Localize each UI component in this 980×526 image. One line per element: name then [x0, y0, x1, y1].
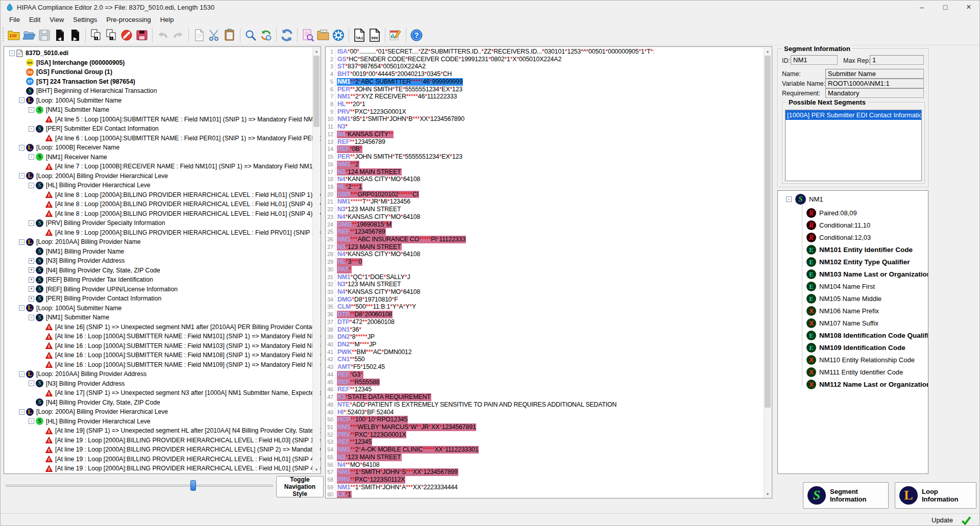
scroll-up-icon[interactable]: ▲: [764, 47, 771, 55]
tree-node[interactable]: ![At line 19 : Loop [2000A]:BILLING PROV…: [4, 455, 321, 464]
element-node[interactable]: ENM101 Entity Identifier Code: [806, 245, 913, 255]
999-document-icon[interactable]: 999: [368, 28, 382, 42]
edi-line[interactable]: 20SBR***GRP01020102******CI: [327, 191, 772, 198]
minimize-icon[interactable]: –: [910, 1, 934, 14]
edi-line[interactable]: 3ST*837*987654*005010X224A2: [327, 63, 772, 70]
expand-toggle[interactable]: -: [19, 409, 24, 415]
element-node[interactable]: ENM102 Entity Type Qualifier: [806, 257, 910, 267]
tree-node[interactable]: ![At line 19] (SNIP 1) => Unexpected seg…: [4, 426, 321, 436]
name-field[interactable]: Submitter Name: [825, 69, 924, 79]
possible-next-segment[interactable]: [1000A] PER Submitter EDI Contact Inform…: [786, 110, 921, 120]
element-node[interactable]: RConditional:11,10: [806, 220, 870, 230]
tree-node[interactable]: +S[N3] Billing Provider Address: [4, 256, 321, 266]
redo-icon[interactable]: [171, 28, 185, 42]
tree-node[interactable]: -L[Loop: 1000A] Submitter Name: [4, 96, 321, 106]
edi-line[interactable]: 57NM1**1*SMITH*JOHN*S***XX*1234567899: [327, 468, 772, 476]
scroll-down-icon[interactable]: ▼: [764, 490, 771, 497]
edi-line[interactable]: 8HL***20*1: [327, 101, 772, 108]
element-node[interactable]: ENM109 Identification Code: [806, 343, 905, 353]
expand-toggle[interactable]: -: [29, 154, 34, 160]
edi-line[interactable]: 59NM1**1*SMITH*JOHN*A***XX*2223334444: [327, 484, 772, 491]
copy-page-icon[interactable]: [192, 28, 206, 42]
edi-line[interactable]: 4BHT*0019*00*44445*20040213*0345*CH: [327, 70, 772, 78]
expand-toggle[interactable]: -: [19, 239, 24, 245]
tree-node[interactable]: ST[ST] 224 Transaction Set (987654): [4, 77, 321, 87]
tree-node[interactable]: S[BHT] Beginning of Hierarchical Transac…: [4, 86, 321, 96]
edi-line[interactable]: 10NM1*85*1*SMITH*JOHN*B***XX*1234567890: [327, 115, 772, 123]
search-icon[interactable]: [243, 28, 258, 42]
expand-toggle[interactable]: +: [29, 258, 34, 264]
no-entry-icon[interactable]: [119, 28, 134, 42]
expand-toggle[interactable]: -: [29, 315, 34, 320]
edi-line[interactable]: 44REF*G3*: [327, 371, 772, 379]
scroll-up-icon[interactable]: ▲: [313, 47, 320, 55]
tree-node[interactable]: ![At line 8 : Loop [2000A]:BILLING PROVI…: [4, 199, 321, 209]
tree-node[interactable]: -S[NM1] Submitter Name: [4, 105, 321, 115]
menu-pre-processing[interactable]: Pre-processing: [102, 15, 155, 24]
edi-line[interactable]: 40DN2**M****JP: [327, 341, 772, 348]
doc-export-right-icon[interactable]: [68, 28, 82, 42]
tree-node[interactable]: ![At line 16 : Loop [1000A]:SUBMITTER NA…: [4, 350, 321, 360]
save-icon[interactable]: [37, 28, 52, 42]
expand-toggle[interactable]: +: [29, 277, 34, 283]
edi-line[interactable]: 27N3*123 MAIN STREET: [327, 243, 772, 251]
edi-line[interactable]: 11N3*: [327, 123, 772, 131]
expand-toggle[interactable]: -: [19, 371, 24, 377]
edi-line[interactable]: 6PER**JOHN SMITH*TE*5555551234*EX*123: [327, 86, 772, 93]
edi-line[interactable]: 39DN2*8*****JP: [327, 333, 772, 341]
tree-node[interactable]: ![At line 8 : Loop [2000A]:BILLING PROVI…: [4, 190, 321, 200]
tree-node[interactable]: ![At line 16] (SNIP 1) => Unexpected seg…: [4, 322, 321, 332]
tree-node[interactable]: -S[NM1] Submitter Name: [4, 313, 321, 322]
tree-node[interactable]: -S[PER] Submitter EDI Contact Informatio…: [4, 124, 321, 134]
edi-line[interactable]: 2GS*HC*SENDER CODE*RECEIVER CODE*1999123…: [327, 56, 772, 63]
tree-node[interactable]: +S[PER] Billing Provider Contact Informa…: [4, 294, 321, 304]
element-node[interactable]: XNM106 Name Prefix: [806, 306, 879, 316]
element-node[interactable]: ENM105 Name Middle: [806, 294, 881, 304]
edi-line[interactable]: 25REF**123456789: [327, 228, 772, 236]
tree-node[interactable]: ![At line 19 : Loop [2000A]:BILLING PROV…: [4, 464, 321, 473]
edi-line[interactable]: 24DMG**19690815*M: [327, 221, 772, 229]
tree-node[interactable]: ![At line 6 : Loop [1000A]:SUBMITTER NAM…: [4, 134, 321, 143]
edi-line[interactable]: 5NM1**2*ABC SUBMITTER*****46*999999999: [327, 78, 772, 86]
tree-node[interactable]: S[N4] Billing Provider City, State, ZIP …: [4, 398, 321, 408]
expand-toggle[interactable]: +: [29, 286, 34, 292]
edi-line[interactable]: 23N4*KANSAS CITY*MO*64108: [327, 213, 772, 221]
element-node[interactable]: XNM112 Name Last or Organization N: [806, 380, 928, 389]
tree-node[interactable]: -L[Loop: 2010AA] Billing Provider Addres…: [4, 369, 321, 379]
open-folder-icon[interactable]: [22, 28, 36, 42]
settings-gear-icon[interactable]: [331, 28, 346, 42]
element-tree-root[interactable]: - S NM1: [786, 194, 823, 205]
expand-toggle[interactable]: -: [19, 305, 24, 311]
menu-file[interactable]: File: [5, 15, 24, 24]
tree-node[interactable]: +S[N4] Billing Provider City, State, ZIP…: [4, 266, 321, 275]
copy-segment-plus-icon[interactable]: [89, 28, 103, 42]
copy-segment-minus-icon[interactable]: [104, 28, 118, 42]
tree-node[interactable]: ![At line 16 : Loop [1000A]:SUBMITTER NA…: [4, 332, 321, 341]
report-search-icon[interactable]: [301, 28, 315, 42]
element-node[interactable]: RPaired:08,09: [806, 208, 857, 218]
edi-line[interactable]: 12N4*KANSAS CITY**: [327, 131, 772, 138]
report-pencil-icon[interactable]: [388, 28, 403, 42]
tree-node[interactable]: ![At line 19 : Loop [2000A]:BILLING PROV…: [4, 473, 321, 474]
expand-toggle[interactable]: -: [9, 51, 15, 56]
edi-folder-icon[interactable]: EDI: [7, 28, 21, 42]
tree-node[interactable]: -837D_5010.edi: [4, 48, 321, 58]
edi-line[interactable]: 34DMG*D8*19710810*F: [327, 296, 772, 304]
tree-node[interactable]: ![At line 5 : Loop [1000A]:SUBMITTER NAM…: [4, 115, 321, 124]
tree-node[interactable]: ![At line 19 : Loop [2000A]:BILLING PROV…: [4, 436, 321, 445]
edi-line[interactable]: 29HL*3***0: [327, 258, 772, 266]
folder-chart-icon[interactable]: [316, 28, 330, 42]
element-node[interactable]: ENM103 Name Last or Organization N: [806, 269, 928, 279]
edi-line[interactable]: 60LX*1: [327, 491, 772, 498]
tree-node[interactable]: +S[REF] Billing Provider Tax Identificat…: [4, 275, 321, 285]
refresh-validate-icon[interactable]: [259, 28, 273, 42]
element-node[interactable]: RConditional:12,03: [806, 233, 871, 242]
expand-toggle[interactable]: -: [19, 97, 24, 103]
menu-view[interactable]: View: [45, 15, 68, 24]
tree-node[interactable]: +S[REF] Billing Provider UPIN/License In…: [4, 285, 321, 294]
close-icon[interactable]: ×: [957, 1, 980, 14]
tree-node[interactable]: GS[GS] Functional Group (1): [4, 67, 321, 77]
element-node[interactable]: XNM107 Name Suffix: [806, 318, 878, 328]
expand-toggle[interactable]: -: [29, 183, 34, 188]
tree-node[interactable]: -S[NM1] Receiver Name: [4, 153, 321, 162]
